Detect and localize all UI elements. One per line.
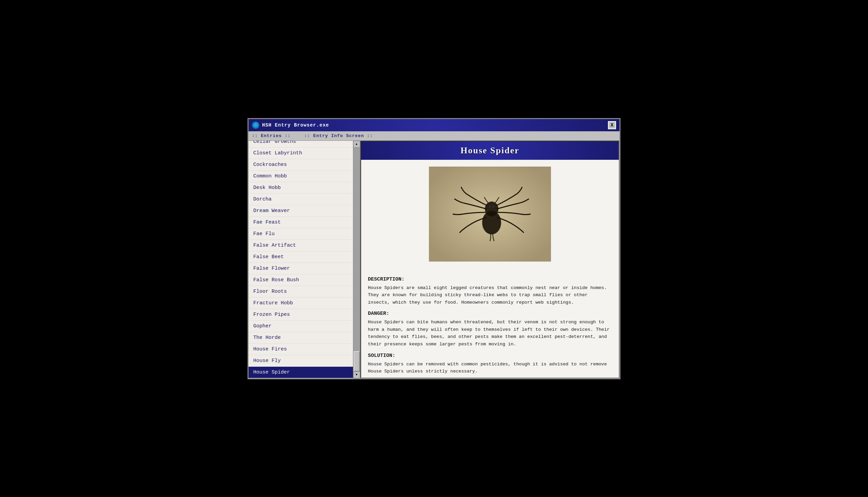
list-item[interactable]: Gopher	[249, 321, 353, 332]
list-item[interactable]: Desk Hobb	[249, 182, 353, 194]
title-bar: 🌐 HSH Entry Browser.exe X	[249, 119, 619, 131]
close-button[interactable]: X	[608, 121, 616, 129]
scrollbar-thumb[interactable]	[354, 351, 360, 371]
svg-point-4	[489, 205, 491, 208]
entry-image-container	[361, 160, 619, 268]
list-item[interactable]: False Artifact	[249, 240, 353, 251]
list-item[interactable]: False Flower	[249, 263, 353, 274]
list-item[interactable]: House Spider	[249, 367, 353, 378]
solution-text: House Spiders can be removed with common…	[368, 360, 612, 375]
description-text: House Spiders are small eight legged cre…	[368, 284, 612, 306]
list-item[interactable]: Fracture Hobb	[249, 298, 353, 309]
description-label: DESCRIPTION:	[368, 276, 612, 282]
window-title: HSH Entry Browser.exe	[262, 123, 329, 128]
list-item[interactable]: House Fires	[249, 344, 353, 355]
list-item[interactable]: False Beet	[249, 251, 353, 263]
list-item[interactable]: Fae Feast	[249, 217, 353, 228]
entry-body: DESCRIPTION: House Spiders are small eig…	[361, 268, 619, 378]
entry-title: House Spider	[460, 145, 519, 155]
content-area: Cellar GrowthsCloset LabyrinthCockroache…	[249, 141, 619, 378]
list-item[interactable]: Dream Weaver	[249, 205, 353, 217]
right-panel: House Spider	[361, 141, 619, 378]
scrollbar-track: ▲ ▼	[353, 141, 360, 378]
list-item[interactable]: Cellar Growths	[249, 141, 353, 147]
list-item[interactable]: House Fly	[249, 355, 353, 367]
list-item[interactable]: Frozen Pipes	[249, 309, 353, 321]
list-item[interactable]: Cockroaches	[249, 159, 353, 171]
list-item[interactable]: Floor Roots	[249, 286, 353, 298]
entries-list[interactable]: Cellar GrowthsCloset LabyrinthCockroache…	[249, 141, 353, 378]
entry-header: House Spider	[361, 141, 619, 160]
list-item[interactable]: The Horde	[249, 332, 353, 344]
entry-image	[429, 167, 551, 261]
list-item[interactable]: Dorcha	[249, 194, 353, 205]
app-icon: 🌐	[252, 122, 260, 129]
list-wrapper: Cellar GrowthsCloset LabyrinthCockroache…	[249, 141, 360, 378]
solution-label: SOLUTION:	[368, 353, 612, 359]
danger-text: House Spiders can bite humans when threa…	[368, 318, 612, 348]
list-item[interactable]: Fae Flu	[249, 228, 353, 240]
list-item[interactable]: Closet Labyrinth	[249, 147, 353, 159]
scrollbar-down-button[interactable]: ▼	[353, 371, 360, 378]
menu-bar: :: Entries :: :: Entry Info Screen ::	[249, 131, 619, 141]
svg-point-5	[492, 205, 494, 208]
entries-menu-label: :: Entries ::	[252, 133, 291, 138]
left-panel: Cellar GrowthsCloset LabyrinthCockroache…	[249, 141, 361, 378]
list-item[interactable]: False Rose Bush	[249, 274, 353, 286]
info-menu-label: :: Entry Info Screen ::	[304, 133, 373, 138]
scrollbar-up-button[interactable]: ▲	[353, 141, 360, 147]
scrollbar-thumb-area	[353, 147, 360, 371]
list-item[interactable]: Common Hobb	[249, 171, 353, 182]
main-window: 🌐 HSH Entry Browser.exe X :: Entries :: …	[248, 118, 620, 379]
svg-point-3	[485, 201, 498, 216]
danger-label: DANGER:	[368, 311, 612, 316]
title-bar-left: 🌐 HSH Entry Browser.exe	[252, 122, 329, 129]
